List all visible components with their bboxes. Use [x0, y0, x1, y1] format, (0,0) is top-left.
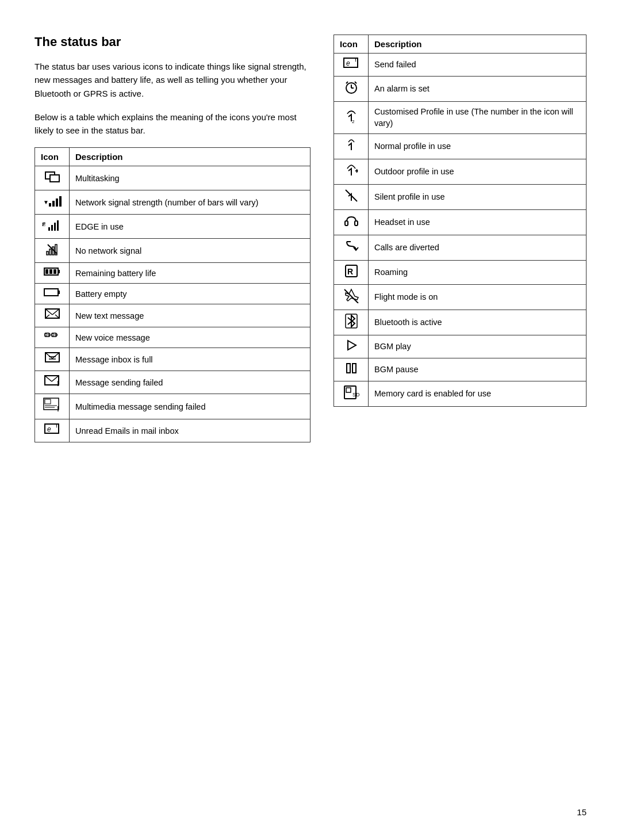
svg-text:≡: ≡ [43, 221, 46, 226]
right-header-desc: Description [369, 35, 586, 54]
page-layout: The status bar The status bar uses vario… [34, 35, 586, 442]
svg-line-42 [45, 376, 52, 381]
svg-rect-46 [45, 399, 51, 404]
svg-text:2: 2 [352, 119, 355, 124]
svg-rect-9 [51, 225, 53, 231]
flight-mode-icon [334, 284, 369, 310]
right-table-desc-4: Outdoor profile in use [369, 159, 586, 184]
svg-rect-78 [346, 388, 351, 392]
svg-marker-74 [348, 341, 356, 350]
svg-rect-22 [53, 269, 56, 274]
right-table-row: An alarm is set [334, 77, 586, 102]
right-table-row: 2 Customised Profile in use (The number … [334, 102, 586, 134]
svg-rect-11 [57, 220, 59, 231]
svg-rect-23 [44, 289, 58, 296]
left-table-desc-8: Message inbox is full [70, 348, 310, 371]
svg-line-37 [45, 353, 52, 358]
svg-line-71 [344, 289, 358, 303]
right-header-icon: Icon [334, 35, 369, 54]
svg-rect-67 [355, 221, 358, 226]
right-table-row: Headset in use [334, 209, 586, 235]
right-table-row: BGM pause [334, 358, 586, 381]
inbox-full-icon [35, 348, 70, 371]
svg-text:!: ! [355, 57, 356, 63]
left-table-desc-11: Unread Emails in mail inbox [70, 419, 310, 442]
right-table-row: Outdoor profile in use [334, 159, 586, 184]
left-table-row: ! Message sending failed [35, 371, 310, 394]
new-voice-icon [35, 327, 70, 348]
right-table-desc-7: Calls are diverted [369, 235, 586, 260]
right-table-desc-9: Flight mode is on [369, 284, 586, 310]
left-table-desc-5: Battery empty [70, 284, 310, 304]
svg-line-60 [355, 82, 356, 83]
svg-text:!: ! [56, 423, 57, 429]
svg-line-59 [346, 82, 348, 83]
left-table: Icon Description Multitasking ▼ Network … [34, 147, 310, 442]
left-table-desc-9: Message sending failed [70, 371, 310, 394]
intro-text-1: The status bar uses various icons to ind… [34, 60, 310, 100]
svg-line-38 [52, 353, 59, 358]
svg-text:e: e [346, 59, 350, 67]
svg-rect-75 [347, 364, 350, 373]
right-table-row: SD Memory card is enabled for use [334, 381, 586, 406]
mms-failed-icon: ! [35, 394, 70, 419]
left-table-row: Battery empty [35, 284, 310, 304]
battery-life-icon [35, 263, 70, 284]
bluetooth-icon [334, 310, 369, 335]
memory-card-icon: SD [334, 381, 369, 406]
svg-line-27 [52, 309, 59, 315]
edge-icon: E≡ [35, 215, 70, 239]
svg-text:!: ! [57, 405, 59, 413]
multitasking-icon [35, 166, 70, 190]
send-failed-icon: e! [334, 54, 369, 77]
left-table-row: Multitasking [35, 166, 310, 190]
normal-profile-icon [334, 133, 369, 159]
right-table-desc-2: Customised Profile in use (The number in… [369, 102, 586, 134]
left-table-row: E≡ EDGE in use [35, 215, 310, 239]
svg-rect-10 [54, 223, 56, 231]
intro-text-2: Below is a table which explains the mean… [34, 110, 310, 138]
outdoor-profile-icon [334, 159, 369, 184]
right-table-desc-8: Roaming [369, 260, 586, 284]
left-table-desc-0: Multitasking [70, 166, 310, 190]
battery-empty-icon [35, 284, 70, 304]
left-table-row: New text message [35, 304, 310, 327]
left-table-row: Message inbox is full [35, 348, 310, 371]
svg-rect-19 [58, 270, 60, 273]
right-column: Icon Description e! Send failed An alarm… [334, 35, 586, 407]
bgm-pause-icon [334, 358, 369, 381]
right-table-desc-10: Bluetooth is active [369, 310, 586, 335]
svg-rect-76 [352, 364, 356, 373]
svg-rect-21 [49, 269, 52, 274]
left-header-icon: Icon [35, 148, 70, 166]
svg-rect-1 [50, 175, 59, 182]
right-table-row: Calls are diverted [334, 235, 586, 260]
section-title: The status bar [34, 35, 310, 49]
right-table-row: R Roaming [334, 260, 586, 284]
right-table-desc-6: Headset in use [369, 209, 586, 235]
right-table-desc-12: BGM pause [369, 358, 586, 381]
headset-icon [334, 209, 369, 235]
new-text-icon [35, 304, 70, 327]
right-table-row: e! Send failed [334, 54, 586, 77]
right-table: Icon Description e! Send failed An alarm… [334, 35, 586, 407]
left-table-desc-6: New text message [70, 304, 310, 327]
left-header-desc: Description [70, 148, 310, 166]
left-table-row: Remaining battery life [35, 263, 310, 284]
left-table-desc-1: Network signal strength (number of bars … [70, 190, 310, 215]
unread-email-icon: e! [35, 419, 70, 442]
calls-diverted-icon [334, 235, 369, 260]
svg-text:R: R [347, 267, 353, 276]
svg-text:SD: SD [352, 392, 359, 398]
svg-rect-24 [58, 291, 60, 294]
left-table-row: New voice message [35, 327, 310, 348]
left-table-row: No network signal [35, 239, 310, 263]
svg-text:▼: ▼ [43, 199, 49, 205]
bgm-play-icon [334, 335, 369, 358]
left-table-row: ! Multimedia message sending failed [35, 394, 310, 419]
svg-rect-4 [52, 201, 55, 207]
left-table-desc-4: Remaining battery life [70, 263, 310, 284]
left-table-desc-10: Multimedia message sending failed [70, 394, 310, 419]
right-table-row: BGM play [334, 335, 586, 358]
right-table-desc-13: Memory card is enabled for use [369, 381, 586, 406]
